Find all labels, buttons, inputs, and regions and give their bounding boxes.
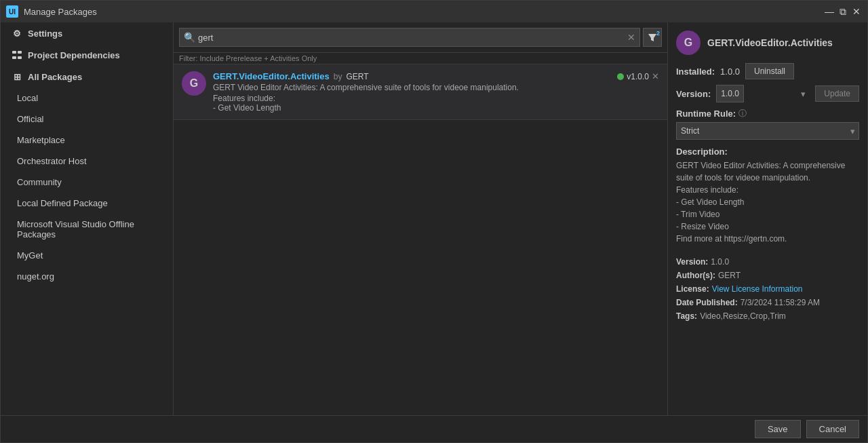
- uninstall-button[interactable]: Uninstall: [745, 63, 794, 79]
- description-label: Description:: [676, 147, 859, 157]
- installed-row: Installed: 1.0.0 Uninstall: [676, 63, 859, 79]
- package-title-row: GERT.VideoEditor.Activities by GERT v1.0…: [213, 71, 659, 81]
- sidebar-item-local[interactable]: Local: [1, 88, 173, 109]
- svg-marker-4: [648, 34, 656, 41]
- sidebar-item-project-dependencies[interactable]: Project Dependencies: [1, 44, 173, 66]
- filter-button[interactable]: 2: [643, 28, 662, 47]
- sidebar-item-community-label: Community: [17, 177, 62, 187]
- title-bar-left: UI Manage Packages: [6, 5, 97, 18]
- search-icon: 🔍: [184, 32, 195, 43]
- authors-row: Author(s): GERT: [676, 271, 859, 280]
- version-text: v1.0.0: [627, 72, 649, 81]
- version-label: Version:: [676, 89, 711, 99]
- main-area: 🔍 ✕ 2 Filter: Include Prerelease + Activ…: [174, 22, 667, 415]
- description-text: GERT Video Editor Activities: A comprehe…: [676, 159, 859, 245]
- search-area: 🔍 ✕ 2: [174, 22, 667, 53]
- app-logo: UI: [6, 5, 18, 18]
- sidebar-item-all-packages[interactable]: ⊞ All Packages: [1, 66, 173, 88]
- runtime-select[interactable]: Strict Lenient Latest: [676, 122, 859, 140]
- sidebar-item-official-label: Official: [17, 114, 44, 124]
- avatar: G: [182, 71, 206, 96]
- package-version-badge: v1.0.0 ✕: [617, 71, 659, 81]
- sidebar-item-microsoft-vs-offline[interactable]: Microsoft Visual Studio Offline Packages: [1, 214, 173, 245]
- runtime-rule-row: Runtime Rule: ⓘ: [676, 108, 859, 119]
- runtime-select-wrapper: Strict Lenient Latest: [676, 122, 859, 140]
- close-button[interactable]: ✕: [851, 6, 862, 17]
- package-by: by: [334, 72, 342, 81]
- project-dependencies-icon: [12, 50, 22, 60]
- package-info: GERT.VideoEditor.Activities by GERT v1.0…: [213, 71, 659, 113]
- installed-dot: [617, 73, 624, 80]
- sidebar-item-official[interactable]: Official: [1, 109, 173, 130]
- sidebar-item-marketplace[interactable]: Marketplace: [1, 130, 173, 151]
- sidebar-item-local-defined-package[interactable]: Local Defined Package: [1, 193, 173, 214]
- sidebar-item-community[interactable]: Community: [1, 172, 173, 193]
- version-detail-label: Version:: [676, 257, 708, 267]
- runtime-rule-info-icon[interactable]: ⓘ: [738, 108, 747, 119]
- title-bar-controls: — ⧉ ✕: [824, 6, 862, 17]
- package-features: Features include: - Get Video Length: [213, 94, 659, 113]
- update-button[interactable]: Update: [815, 85, 859, 102]
- package-name: GERT.VideoEditor.Activities: [213, 71, 330, 81]
- tags-label: Tags:: [676, 311, 697, 321]
- runtime-rule-label: Runtime Rule:: [676, 109, 736, 119]
- package-description: GERT Video Editor Activities: A comprehe…: [213, 83, 659, 92]
- svg-rect-3: [18, 56, 22, 59]
- remove-package-icon[interactable]: ✕: [652, 71, 659, 81]
- date-published-label: Date Published:: [676, 298, 738, 307]
- right-panel-title: GERT.VideoEditor.Activities: [707, 37, 833, 48]
- sidebar-item-local-defined-package-label: Local Defined Package: [17, 198, 108, 208]
- bottom-bar: Save Cancel: [1, 415, 867, 442]
- license-label: License:: [676, 284, 709, 294]
- filter-badge: 2: [656, 30, 660, 37]
- table-row[interactable]: G GERT.VideoEditor.Activities by GERT v1…: [174, 64, 667, 120]
- sidebar-item-local-label: Local: [17, 93, 38, 103]
- version-detail-row: Version: 1.0.0: [676, 257, 859, 267]
- sidebar: ⚙ Settings Project Dependencies ⊞ All Pa…: [1, 22, 174, 415]
- right-panel-avatar: G: [676, 31, 701, 55]
- sidebar-item-nuget-org-label: nuget.org: [17, 271, 54, 282]
- search-clear-icon[interactable]: ✕: [627, 32, 635, 43]
- tags-row: Tags: Video,Resize,Crop,Trim: [676, 311, 859, 321]
- sidebar-item-settings[interactable]: ⚙ Settings: [1, 22, 173, 44]
- sidebar-item-settings-label: Settings: [28, 28, 62, 39]
- sidebar-item-all-packages-label: All Packages: [28, 72, 82, 82]
- window-title: Manage Packages: [24, 7, 97, 17]
- sidebar-item-orchestrator-host-label: Orchestrator Host: [17, 156, 87, 166]
- authors-label: Author(s):: [676, 271, 715, 280]
- right-panel-header: G GERT.VideoEditor.Activities: [676, 31, 859, 55]
- right-panel: G GERT.VideoEditor.Activities Installed:…: [667, 22, 867, 415]
- main-content: ⚙ Settings Project Dependencies ⊞ All Pa…: [1, 22, 867, 415]
- date-published-value: 7/3/2024 11:58:29 AM: [741, 298, 820, 307]
- installed-version: 1.0.0: [720, 66, 740, 77]
- license-row: License: View License Information: [676, 284, 859, 294]
- svg-rect-2: [12, 56, 16, 59]
- cancel-button[interactable]: Cancel: [806, 420, 859, 438]
- svg-rect-1: [18, 51, 22, 54]
- package-list: G GERT.VideoEditor.Activities by GERT v1…: [174, 64, 667, 415]
- minimize-button[interactable]: —: [824, 6, 835, 17]
- save-button[interactable]: Save: [755, 420, 801, 438]
- sidebar-item-microsoft-vs-offline-label: Microsoft Visual Studio Offline Packages: [17, 219, 162, 239]
- manage-packages-window: UI Manage Packages — ⧉ ✕ ⚙ Settings: [0, 0, 868, 443]
- sidebar-item-nuget-org[interactable]: nuget.org: [1, 266, 173, 287]
- search-box: 🔍 ✕: [179, 28, 640, 47]
- all-packages-icon: ⊞: [12, 71, 22, 82]
- sidebar-item-project-dependencies-label: Project Dependencies: [28, 50, 120, 60]
- maximize-button[interactable]: ⧉: [837, 6, 848, 17]
- license-link[interactable]: View License Information: [712, 284, 803, 294]
- version-detail-value: 1.0.0: [711, 257, 729, 267]
- version-select[interactable]: 1.0.0: [716, 85, 744, 102]
- version-select-wrapper: 1.0.0: [716, 85, 810, 102]
- tags-value: Video,Resize,Crop,Trim: [700, 311, 786, 321]
- package-author: GERT: [346, 72, 368, 81]
- sidebar-item-myget[interactable]: MyGet: [1, 245, 173, 266]
- svg-rect-0: [12, 51, 16, 54]
- settings-gear-icon: ⚙: [12, 28, 22, 39]
- filter-label: Filter: Include Prerelease + Activities …: [174, 53, 667, 64]
- search-input[interactable]: [198, 33, 625, 43]
- sidebar-item-orchestrator-host[interactable]: Orchestrator Host: [1, 151, 173, 172]
- date-published-row: Date Published: 7/3/2024 11:58:29 AM: [676, 298, 859, 307]
- description-section: Description: GERT Video Editor Activitie…: [676, 147, 859, 250]
- authors-value: GERT: [718, 271, 741, 280]
